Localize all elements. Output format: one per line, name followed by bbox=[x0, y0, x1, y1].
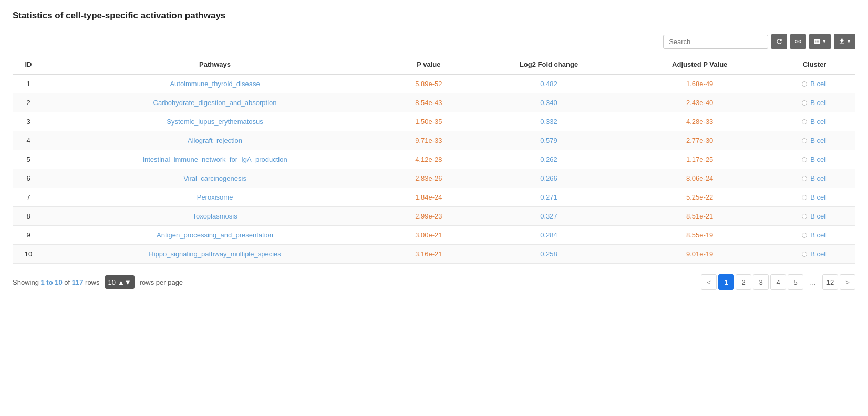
cell-pvalue: 9.71e-33 bbox=[386, 131, 472, 150]
cluster-label: B cell bbox=[810, 193, 827, 201]
table-header-row: ID Pathways P value Log2 Fold change Adj… bbox=[13, 55, 855, 75]
cluster-circle-icon bbox=[802, 119, 807, 124]
pathway-link[interactable]: Autoimmune_thyroid_disease bbox=[170, 80, 260, 88]
pathway-link[interactable]: Intestinal_immune_network_for_IgA_produc… bbox=[142, 155, 287, 163]
cell-id: 5 bbox=[13, 150, 44, 169]
cluster-circle-icon bbox=[802, 252, 807, 257]
pagination-page-5[interactable]: 5 bbox=[788, 274, 803, 290]
cell-pathway[interactable]: Carbohydrate_digestion_and_absorption bbox=[44, 93, 386, 112]
cell-pvalue: 3.16e-21 bbox=[386, 245, 472, 264]
cluster-circle-icon bbox=[802, 176, 807, 181]
col-header-log2fc: Log2 Fold change bbox=[472, 55, 626, 75]
cluster-label: B cell bbox=[810, 99, 827, 107]
cell-log2fc: 0.482 bbox=[472, 74, 626, 93]
pathway-link[interactable]: Systemic_lupus_erythematosus bbox=[167, 118, 263, 126]
table-row: 5Intestinal_immune_network_for_IgA_produ… bbox=[13, 150, 855, 169]
table-row: 3Systemic_lupus_erythematosus1.50e-350.3… bbox=[13, 112, 855, 131]
cluster-label: B cell bbox=[810, 212, 827, 220]
cell-pathway[interactable]: Autoimmune_thyroid_disease bbox=[44, 74, 386, 93]
pathway-link[interactable]: Viral_carcinogenesis bbox=[183, 174, 246, 182]
cluster-circle-icon bbox=[802, 138, 807, 143]
cell-cluster: B cell bbox=[773, 131, 855, 150]
rows-per-page-selector[interactable]: 10 ▲▼ bbox=[105, 275, 135, 289]
showing-range: 1 to 10 bbox=[40, 278, 62, 286]
pagination-page-2[interactable]: 2 bbox=[736, 274, 751, 290]
pagination-prev[interactable]: < bbox=[701, 274, 717, 290]
cluster-label: B cell bbox=[810, 80, 827, 88]
cell-pvalue: 1.84e-24 bbox=[386, 188, 472, 207]
table-footer: Showing 1 to 10 of 117 rows 10 ▲▼ rows p… bbox=[13, 271, 855, 290]
pagination-page-4[interactable]: 4 bbox=[770, 274, 786, 290]
cluster-label: B cell bbox=[810, 231, 827, 239]
cell-pathway[interactable]: Allograft_rejection bbox=[44, 131, 386, 150]
table-row: 8Toxoplasmosis2.99e-230.3278.51e-21B cel… bbox=[13, 207, 855, 226]
cell-pathway[interactable]: Peroxisome bbox=[44, 188, 386, 207]
cell-adjpvalue: 4.28e-33 bbox=[626, 112, 773, 131]
cell-log2fc: 0.332 bbox=[472, 112, 626, 131]
cluster-circle-icon bbox=[802, 157, 807, 162]
cell-pvalue: 3.00e-21 bbox=[386, 226, 472, 245]
cluster-label: B cell bbox=[810, 137, 827, 144]
pathway-link[interactable]: Toxoplasmosis bbox=[192, 212, 237, 220]
cell-adjpvalue: 5.25e-22 bbox=[626, 188, 773, 207]
cell-pvalue: 5.89e-52 bbox=[386, 74, 472, 93]
cell-log2fc: 0.266 bbox=[472, 169, 626, 188]
table-row: 10Hippo_signaling_pathway_multiple_speci… bbox=[13, 245, 855, 264]
cell-adjpvalue: 1.68e-49 bbox=[626, 74, 773, 93]
cell-pathway[interactable]: Toxoplasmosis bbox=[44, 207, 386, 226]
cell-id: 1 bbox=[13, 74, 44, 93]
cell-id: 6 bbox=[13, 169, 44, 188]
refresh-button[interactable] bbox=[771, 34, 787, 49]
cluster-label: B cell bbox=[810, 118, 827, 126]
table-row: 1Autoimmune_thyroid_disease5.89e-520.482… bbox=[13, 74, 855, 93]
cell-pathway[interactable]: Intestinal_immune_network_for_IgA_produc… bbox=[44, 150, 386, 169]
table-row: 7Peroxisome1.84e-240.2715.25e-22B cell bbox=[13, 188, 855, 207]
pagination-ellipsis: ... bbox=[805, 274, 821, 290]
cell-pvalue: 1.50e-35 bbox=[386, 112, 472, 131]
col-header-id: ID bbox=[13, 55, 44, 75]
pathway-link[interactable]: Antigen_processing_and_presentation bbox=[157, 231, 273, 239]
table-row: 9Antigen_processing_and_presentation3.00… bbox=[13, 226, 855, 245]
cluster-circle-icon bbox=[802, 214, 807, 219]
cell-log2fc: 0.262 bbox=[472, 150, 626, 169]
pathway-link[interactable]: Peroxisome bbox=[197, 193, 233, 201]
cluster-label: B cell bbox=[810, 250, 827, 258]
page-title: Statistics of cell-type-specific activat… bbox=[13, 11, 855, 21]
cell-pvalue: 2.99e-23 bbox=[386, 207, 472, 226]
pathway-link[interactable]: Allograft_rejection bbox=[188, 137, 242, 144]
cell-pvalue: 8.54e-43 bbox=[386, 93, 472, 112]
cell-pvalue: 4.12e-28 bbox=[386, 150, 472, 169]
cell-log2fc: 0.327 bbox=[472, 207, 626, 226]
cell-log2fc: 0.284 bbox=[472, 226, 626, 245]
cell-cluster: B cell bbox=[773, 150, 855, 169]
cell-pathway[interactable]: Systemic_lupus_erythematosus bbox=[44, 112, 386, 131]
footer-left: Showing 1 to 10 of 117 rows 10 ▲▼ rows p… bbox=[13, 275, 183, 289]
cell-adjpvalue: 8.06e-24 bbox=[626, 169, 773, 188]
cell-cluster: B cell bbox=[773, 207, 855, 226]
download-icon bbox=[838, 38, 845, 45]
table-row: 2Carbohydrate_digestion_and_absorption8.… bbox=[13, 93, 855, 112]
pagination-page-1[interactable]: 1 bbox=[718, 274, 734, 290]
search-input[interactable] bbox=[663, 35, 768, 49]
col-header-pvalue: P value bbox=[386, 55, 472, 75]
cell-cluster: B cell bbox=[773, 112, 855, 131]
pathway-link[interactable]: Carbohydrate_digestion_and_absorption bbox=[153, 99, 277, 107]
download-button[interactable]: ▼ bbox=[834, 34, 855, 49]
cell-id: 2 bbox=[13, 93, 44, 112]
pathway-link[interactable]: Hippo_signaling_pathway_multiple_species bbox=[149, 250, 281, 258]
cell-pathway[interactable]: Antigen_processing_and_presentation bbox=[44, 226, 386, 245]
cell-id: 7 bbox=[13, 188, 44, 207]
refresh-icon bbox=[776, 38, 783, 45]
link-button[interactable] bbox=[790, 34, 806, 49]
cell-pathway[interactable]: Viral_carcinogenesis bbox=[44, 169, 386, 188]
col-header-adjpvalue: Adjusted P Value bbox=[626, 55, 773, 75]
pagination-page-3[interactable]: 3 bbox=[753, 274, 769, 290]
rows-per-page-value: 10 bbox=[108, 278, 116, 286]
cell-pathway[interactable]: Hippo_signaling_pathway_multiple_species bbox=[44, 245, 386, 264]
pagination-next[interactable]: > bbox=[840, 274, 855, 290]
cluster-circle-icon bbox=[802, 233, 807, 238]
cell-log2fc: 0.340 bbox=[472, 93, 626, 112]
cell-adjpvalue: 8.55e-19 bbox=[626, 226, 773, 245]
pagination-page-12[interactable]: 12 bbox=[822, 274, 838, 290]
columns-button[interactable]: ▼ bbox=[809, 34, 831, 49]
